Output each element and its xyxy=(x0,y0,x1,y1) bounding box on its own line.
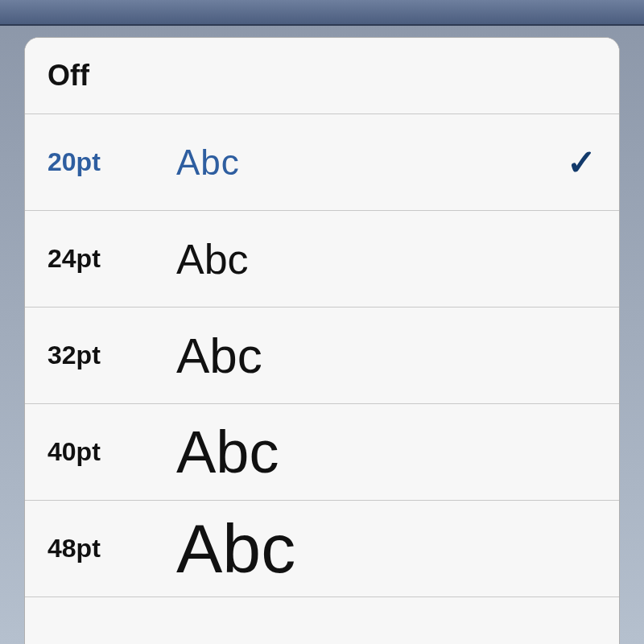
option-size-label: 20pt xyxy=(47,147,176,177)
option-sample-text: Abc xyxy=(176,327,597,384)
option-20pt[interactable]: 20pt Abc ✓ xyxy=(25,114,619,211)
option-48pt[interactable]: 48pt Abc xyxy=(25,501,619,597)
checkmark-icon: ✓ xyxy=(567,142,597,183)
option-size-label: 48pt xyxy=(47,534,176,564)
option-off[interactable]: Off xyxy=(25,38,619,114)
navigation-bar xyxy=(0,0,644,26)
option-off-label: Off xyxy=(47,59,89,93)
option-32pt[interactable]: 32pt Abc xyxy=(25,308,619,404)
option-24pt[interactable]: 24pt Abc xyxy=(25,211,619,308)
font-size-list: Off 20pt Abc ✓ 24pt Abc 32pt Abc 40pt Ab… xyxy=(25,38,619,597)
option-size-label: 40pt xyxy=(47,437,176,467)
option-40pt[interactable]: 40pt Abc xyxy=(25,404,619,501)
option-sample-text: Abc xyxy=(176,235,597,283)
option-size-label: 24pt xyxy=(47,244,176,274)
settings-panel: Off 20pt Abc ✓ 24pt Abc 32pt Abc 40pt Ab… xyxy=(24,37,620,644)
screen-frame: Off 20pt Abc ✓ 24pt Abc 32pt Abc 40pt Ab… xyxy=(0,0,644,644)
option-sample-text: Abc xyxy=(176,509,597,588)
option-size-label: 32pt xyxy=(47,341,176,370)
option-sample-text: Abc xyxy=(176,142,567,183)
option-sample-text: Abc xyxy=(176,418,597,486)
